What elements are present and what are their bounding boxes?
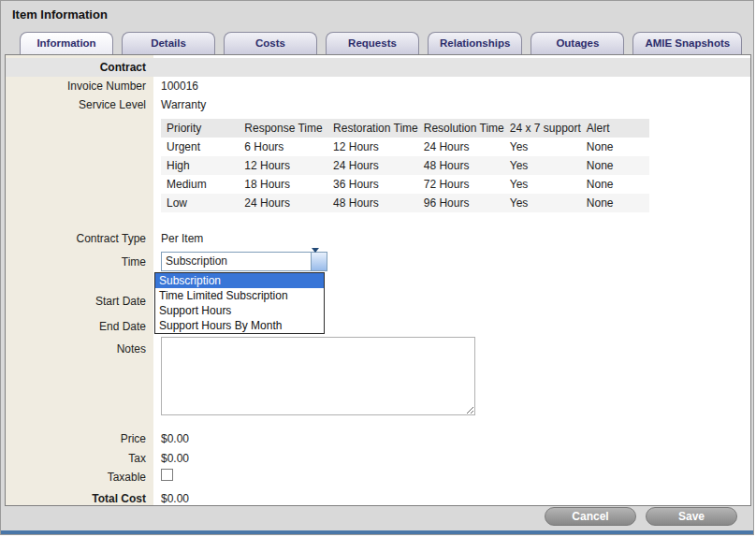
table-cell: Yes [504, 194, 581, 212]
tab-information[interactable]: Information [20, 32, 113, 54]
contract-type-label: Contract Type [6, 232, 146, 245]
section-header-contract: Contract [6, 58, 750, 77]
tab-details[interactable]: Details [122, 32, 215, 54]
table-cell: High [161, 156, 239, 175]
table-cell: Yes [504, 175, 581, 194]
col-header-priority: Priority [161, 119, 239, 138]
time-dropdown-list: Subscription Time Limited Subscription S… [154, 272, 325, 334]
time-label: Time [6, 255, 146, 268]
service-level-label: Service Level [6, 98, 146, 111]
tab-requests[interactable]: Requests [326, 32, 419, 54]
table-cell: 36 Hours [327, 175, 418, 194]
service-level-value: Warranty [161, 98, 206, 111]
taxable-checkbox[interactable] [161, 469, 173, 481]
tax-value: $0.00 [161, 452, 189, 465]
table-cell: 48 Hours [418, 156, 504, 175]
table-cell: Urgent [161, 138, 239, 156]
total-cost-value: $0.00 [161, 492, 189, 505]
time-select-value: Subscription [166, 254, 227, 268]
tab-amie-snapshots[interactable]: AMIE Snapshots [632, 32, 742, 54]
sla-table: Priority Response Time Restoration Time … [161, 119, 649, 212]
dropdown-arrow-icon[interactable] [311, 253, 327, 270]
col-header-restoration-time: Restoration Time [327, 119, 418, 138]
table-cell: 48 Hours [327, 194, 418, 212]
tab-outages[interactable]: Outages [531, 32, 624, 54]
total-cost-label: Total Cost [6, 492, 146, 505]
table-cell: Yes [504, 138, 581, 156]
table-row: Medium 18 Hours 36 Hours 72 Hours Yes No… [161, 175, 649, 194]
invoice-number-value: 100016 [161, 80, 198, 93]
table-cell: None [581, 175, 649, 194]
notes-label: Notes [6, 342, 146, 356]
notes-textarea[interactable] [161, 337, 475, 415]
dropdown-option-subscription[interactable]: Subscription [155, 273, 324, 288]
col-header-alert: Alert [581, 119, 649, 138]
start-date-label: Start Date [6, 295, 146, 308]
tax-label: Tax [6, 452, 146, 465]
item-information-window: Item Information Information Details Cos… [0, 0, 754, 535]
content-panel: Contract Invoice Number 100016 Service L… [5, 54, 751, 506]
table-cell: 24 Hours [239, 194, 327, 212]
table-cell: 18 Hours [239, 175, 327, 194]
time-select[interactable]: Subscription [161, 252, 327, 271]
table-row: Low 24 Hours 48 Hours 96 Hours Yes None [161, 194, 649, 212]
dropdown-option-support-hours[interactable]: Support Hours [155, 303, 324, 318]
tab-relationships[interactable]: Relationships [428, 32, 522, 54]
table-cell: 24 Hours [418, 138, 504, 156]
end-date-label: End Date [6, 320, 146, 333]
price-label: Price [6, 432, 146, 445]
table-row: High 12 Hours 24 Hours 48 Hours Yes None [161, 156, 649, 175]
table-row: Urgent 6 Hours 12 Hours 24 Hours Yes Non… [161, 138, 649, 156]
taxable-label: Taxable [6, 471, 146, 484]
sla-header-row: Priority Response Time Restoration Time … [161, 119, 649, 138]
table-cell: None [581, 138, 649, 156]
table-cell: None [581, 194, 649, 212]
price-value: $0.00 [161, 432, 189, 445]
table-cell: 24 Hours [327, 156, 418, 175]
page-title: Item Information [12, 7, 108, 22]
table-cell: 6 Hours [239, 138, 327, 156]
table-cell: 12 Hours [239, 156, 327, 175]
table-cell: 96 Hours [418, 194, 504, 212]
table-cell: Yes [504, 156, 581, 175]
footer-accent-line [1, 530, 753, 534]
tab-bar: Information Details Costs Requests Relat… [20, 32, 742, 54]
tab-costs[interactable]: Costs [224, 32, 317, 54]
dropdown-option-support-hours-by-month[interactable]: Support Hours By Month [155, 318, 324, 333]
invoice-number-label: Invoice Number [6, 80, 146, 93]
save-button[interactable]: Save [646, 507, 737, 526]
table-cell: 12 Hours [327, 138, 418, 156]
col-header-resolution-time: Resolution Time [418, 119, 504, 138]
section-header-label: Contract [6, 58, 146, 77]
col-header-24x7-support: 24 x 7 support [504, 119, 581, 138]
cancel-button[interactable]: Cancel [545, 507, 636, 526]
table-cell: Medium [161, 175, 239, 194]
titlebar: Item Information [1, 1, 753, 31]
table-cell: None [581, 156, 649, 175]
contract-type-value: Per Item [161, 232, 203, 245]
col-header-response-time: Response Time [239, 119, 327, 138]
dropdown-option-time-limited-subscription[interactable]: Time Limited Subscription [155, 288, 324, 303]
table-cell: 72 Hours [418, 175, 504, 194]
table-cell: Low [161, 194, 239, 212]
